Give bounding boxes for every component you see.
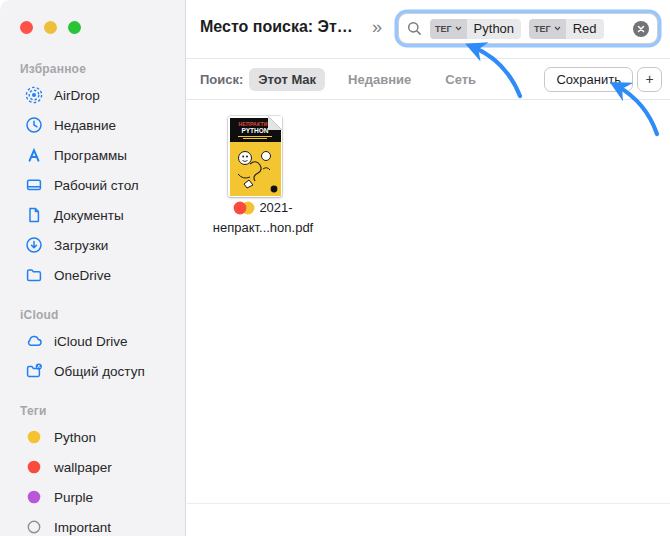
scope-network[interactable]: Сеть bbox=[436, 68, 485, 91]
desktop-icon bbox=[24, 175, 44, 195]
sidebar-item-onedrive[interactable]: OneDrive bbox=[0, 260, 185, 290]
airdrop-icon bbox=[24, 85, 44, 105]
folder-icon bbox=[24, 265, 44, 285]
sidebar-item-label: Purple bbox=[54, 490, 93, 505]
chevron-down-icon bbox=[554, 26, 561, 31]
clear-search-button[interactable] bbox=[633, 21, 649, 37]
token-value: Red bbox=[566, 19, 604, 39]
sidebar-tag-python[interactable]: Python bbox=[0, 422, 185, 452]
file-thumbnail[interactable]: НЕПРАКТИЧ PYTHON bbox=[228, 116, 282, 197]
toolbar-overflow-chevron[interactable]: » bbox=[372, 17, 382, 38]
token-kind-label: ТЕГ bbox=[435, 24, 452, 34]
scope-recents[interactable]: Недавние bbox=[339, 68, 420, 91]
sidebar-section-favorites-header: Избранное bbox=[0, 58, 185, 80]
minimize-button[interactable] bbox=[44, 21, 57, 34]
search-scope-bar: Поиск: Этот Мак Недавние Сеть Сохранить … bbox=[186, 59, 670, 100]
sidebar-item-documents[interactable]: Документы bbox=[0, 200, 185, 230]
scope-bar-label: Поиск: bbox=[200, 72, 243, 87]
add-criteria-button[interactable]: + bbox=[637, 67, 662, 92]
close-button[interactable] bbox=[20, 21, 33, 34]
file-tag-dots bbox=[233, 201, 255, 215]
token-kind-label: ТЕГ bbox=[534, 24, 551, 34]
folded-corner bbox=[268, 116, 282, 130]
app-store-icon bbox=[24, 145, 44, 165]
traffic-lights bbox=[20, 21, 82, 34]
sidebar-item-label: iCloud Drive bbox=[54, 334, 128, 349]
token-kind-dropdown[interactable]: ТЕГ bbox=[430, 19, 467, 39]
shared-folder-icon bbox=[24, 361, 44, 381]
sidebar-item-recents[interactable]: Недавние bbox=[0, 110, 185, 140]
download-icon bbox=[24, 235, 44, 255]
token-kind-dropdown[interactable]: ТЕГ bbox=[529, 19, 566, 39]
tag-dot-icon bbox=[24, 487, 44, 507]
cover-title-line2: PYTHON bbox=[241, 127, 268, 134]
scope-this-mac[interactable]: Этот Мак bbox=[249, 68, 325, 91]
tag-dot-icon bbox=[24, 457, 44, 477]
sidebar-item-label: Программы bbox=[54, 148, 127, 163]
save-search-button[interactable]: Сохранить bbox=[544, 67, 633, 92]
clock-icon bbox=[24, 115, 44, 135]
sidebar-item-label: Недавние bbox=[54, 118, 116, 133]
sidebar-item-label: Документы bbox=[54, 208, 124, 223]
sidebar-tag-wallpaper[interactable]: wallpaper bbox=[0, 452, 185, 482]
search-token-python[interactable]: ТЕГ Python bbox=[430, 19, 521, 39]
sidebar-item-airdrop[interactable]: AirDrop bbox=[0, 80, 185, 110]
finder-window: Избранное AirDrop bbox=[0, 0, 670, 536]
sidebar-section-tags-header: Теги bbox=[0, 400, 185, 422]
file-name-line2: непракт...hon.pdf bbox=[187, 218, 339, 238]
sidebar: Избранное AirDrop bbox=[0, 0, 186, 536]
sidebar-tag-purple[interactable]: Purple bbox=[0, 482, 185, 512]
sidebar-item-shared[interactable]: Общий доступ bbox=[0, 356, 185, 386]
sidebar-item-icloud-drive[interactable]: iCloud Drive bbox=[0, 326, 185, 356]
sidebar-item-label: Рабочий стол bbox=[54, 178, 139, 193]
file-name-line1: 2021- bbox=[259, 198, 292, 218]
search-token-red[interactable]: ТЕГ Red bbox=[529, 19, 603, 39]
cloud-icon bbox=[24, 331, 44, 351]
document-icon bbox=[24, 205, 44, 225]
title-bar: Место поиска: Эт… » ТЕГ Python ТЕГ bbox=[186, 0, 670, 59]
sidebar-item-label: OneDrive bbox=[54, 268, 111, 283]
sidebar-item-label: AirDrop bbox=[54, 88, 100, 103]
tag-dot-icon bbox=[24, 427, 44, 447]
chevron-down-icon bbox=[455, 26, 462, 31]
sidebar-item-label: Загрузки bbox=[54, 238, 108, 253]
sidebar-item-label: Important bbox=[54, 520, 111, 535]
zoom-button[interactable] bbox=[68, 21, 81, 34]
sidebar-item-label: wallpaper bbox=[54, 460, 112, 475]
sidebar-section-icloud-header: iCloud bbox=[0, 304, 185, 326]
sidebar-item-label: Python bbox=[54, 430, 96, 445]
cover-illustration bbox=[230, 142, 281, 196]
search-icon bbox=[407, 21, 422, 36]
search-field[interactable]: ТЕГ Python ТЕГ Red bbox=[398, 13, 658, 44]
status-bar-divider bbox=[187, 503, 670, 504]
sidebar-item-applications[interactable]: Программы bbox=[0, 140, 185, 170]
window-title: Место поиска: Эт… bbox=[200, 18, 353, 36]
sidebar-item-desktop[interactable]: Рабочий стол bbox=[0, 170, 185, 200]
sidebar-item-downloads[interactable]: Загрузки bbox=[0, 230, 185, 260]
token-value: Python bbox=[467, 19, 521, 39]
sidebar-tag-important[interactable]: Important bbox=[0, 512, 185, 536]
sidebar-item-label: Общий доступ bbox=[54, 364, 145, 379]
file-item[interactable]: 2021- непракт...hon.pdf bbox=[187, 198, 339, 238]
tag-dot-outline-icon bbox=[24, 517, 44, 536]
